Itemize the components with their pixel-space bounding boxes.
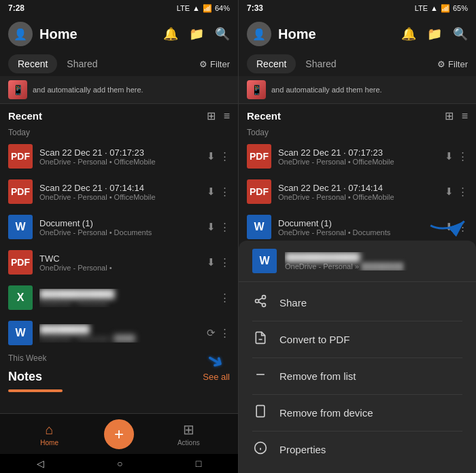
notes-bar-left bbox=[8, 389, 63, 392]
filter-icon-right: ⚙ bbox=[437, 59, 445, 69]
system-nav-left: ◁ ○ □ bbox=[0, 454, 238, 473]
promo-icon-right: 📱 bbox=[247, 80, 266, 99]
file-actions-doc1-left: ⬇ ⋮ bbox=[207, 221, 230, 233]
tab-shared-left[interactable]: Shared bbox=[57, 54, 107, 73]
recents-btn-left[interactable]: □ bbox=[196, 458, 201, 469]
list-icon-right[interactable]: ≡ bbox=[462, 110, 468, 122]
folder-icon-right[interactable]: 📁 bbox=[427, 27, 442, 41]
more-icon-scan2-left[interactable]: ⋮ bbox=[220, 186, 230, 198]
more-icon-scan1-left[interactable]: ⋮ bbox=[220, 150, 230, 162]
context-menu-remove-list[interactable]: Remove from list bbox=[239, 358, 476, 394]
download-icon-twc-left[interactable]: ⬇ bbox=[207, 256, 216, 268]
search-icon-left[interactable]: 🔍 bbox=[215, 27, 230, 41]
tab-shared-right[interactable]: Shared bbox=[296, 54, 345, 73]
promo-text-left: and automatically add them here. bbox=[33, 86, 143, 94]
bell-icon-left[interactable]: 🔔 bbox=[163, 27, 178, 41]
nav-add-btn-left[interactable]: + bbox=[104, 419, 134, 449]
file-thumb-scan1-right: PDF bbox=[247, 144, 271, 169]
remove-list-label: Remove from list bbox=[279, 370, 356, 382]
grid-icon-left[interactable]: ⊞ bbox=[207, 109, 216, 122]
file-item-blur2-left[interactable]: W ████████ OneDrive - Personal • ████ ⟳ … bbox=[0, 315, 238, 351]
file-info-doc1-right: Document (1) OneDrive - Personal • Docum… bbox=[278, 218, 438, 236]
nav-actions-left[interactable]: ⊞ Actions bbox=[171, 421, 205, 446]
page-title-left: Home bbox=[39, 27, 156, 42]
more-icon-blur1-left[interactable]: ⋮ bbox=[220, 292, 230, 304]
file-meta-scan2-left: OneDrive - Personal • OfficeMobile bbox=[39, 193, 200, 201]
remove-device-label: Remove from device bbox=[279, 407, 373, 419]
folder-icon-left[interactable]: 📁 bbox=[189, 27, 204, 41]
more-icon-doc1-right[interactable]: ⋮ bbox=[458, 221, 468, 233]
file-item-scan1-left[interactable]: PDF Scan 22 Dec 21 · 07:17:23 OneDrive -… bbox=[0, 139, 238, 174]
bell-icon-right[interactable]: 🔔 bbox=[401, 27, 416, 41]
grid-icon-right[interactable]: ⊞ bbox=[445, 109, 454, 122]
back-btn-left[interactable]: ◁ bbox=[37, 458, 44, 469]
file-item-scan1-right[interactable]: PDF Scan 22 Dec 21 · 07:17:23 OneDrive -… bbox=[239, 139, 476, 174]
home-label-left: Home bbox=[40, 439, 58, 446]
file-info-twc-left: TWC OneDrive - Personal • bbox=[39, 253, 200, 272]
context-menu-remove-device[interactable]: Remove from device bbox=[239, 395, 476, 431]
avatar-left[interactable]: 👤 bbox=[8, 22, 33, 46]
svg-point-2 bbox=[262, 303, 266, 306]
file-thumb-blur2-left: W bbox=[8, 321, 33, 345]
notes-section-left: Notes See all bbox=[0, 364, 238, 398]
more-icon-twc-left[interactable]: ⋮ bbox=[220, 256, 230, 268]
file-item-scan2-left[interactable]: PDF Scan 22 Dec 21 · 07:14:14 OneDrive -… bbox=[0, 174, 238, 209]
battery-right: 65% bbox=[453, 4, 468, 12]
download-icon-scan1-right[interactable]: ⬇ bbox=[445, 150, 454, 162]
more-icon-doc1-left[interactable]: ⋮ bbox=[220, 221, 230, 233]
time-left: 7:28 bbox=[8, 3, 24, 13]
more-icon-scan1-right[interactable]: ⋮ bbox=[458, 150, 468, 162]
list-icon-left[interactable]: ≡ bbox=[224, 110, 230, 122]
search-icon-right[interactable]: 🔍 bbox=[453, 27, 468, 41]
download-icon-scan2-left[interactable]: ⬇ bbox=[207, 186, 216, 198]
file-name-doc1-left: Document (1) bbox=[39, 218, 200, 228]
filter-btn-right[interactable]: ⚙ Filter bbox=[437, 59, 468, 69]
download-icon-doc1-left[interactable]: ⬇ bbox=[207, 221, 216, 233]
actions-icon-left: ⊞ bbox=[183, 421, 194, 438]
notes-title-left: Notes bbox=[8, 370, 42, 384]
lte-icon-left: LTE bbox=[177, 4, 190, 12]
home-btn-left[interactable]: ○ bbox=[117, 458, 122, 469]
file-info-scan1-right: Scan 22 Dec 21 · 07:17:23 OneDrive - Per… bbox=[278, 147, 438, 166]
file-item-doc1-right[interactable]: W Document (1) OneDrive - Personal • Doc… bbox=[239, 209, 476, 245]
context-menu-convert-pdf[interactable]: Convert to PDF bbox=[239, 321, 476, 357]
more-icon-scan2-right[interactable]: ⋮ bbox=[458, 186, 468, 198]
download-icon-scan1-left[interactable]: ⬇ bbox=[207, 150, 216, 162]
file-item-scan2-right[interactable]: PDF Scan 22 Dec 21 · 07:14:14 OneDrive -… bbox=[239, 174, 476, 209]
file-thumb-doc1-right: W bbox=[247, 215, 271, 239]
more-icon-blur2-left[interactable]: ⋮ bbox=[220, 327, 230, 339]
promo-banner-left: 📱 and automatically add them here. bbox=[0, 76, 238, 104]
file-item-twc-left[interactable]: PDF TWC OneDrive - Personal • ⬇ ⋮ bbox=[0, 245, 238, 280]
convert-pdf-label: Convert to PDF bbox=[279, 334, 350, 345]
tab-recent-left[interactable]: Recent bbox=[8, 54, 57, 73]
svg-point-1 bbox=[256, 300, 259, 303]
file-meta-scan1-left: OneDrive - Personal • OfficeMobile bbox=[39, 158, 200, 166]
signal-bars-right: ▲ bbox=[430, 4, 438, 12]
file-actions-twc-left: ⬇ ⋮ bbox=[207, 256, 230, 268]
file-name-scan2-left: Scan 22 Dec 21 · 07:14:14 bbox=[39, 183, 200, 193]
top-bar-icons-right: 🔔 📁 🔍 bbox=[401, 27, 468, 41]
recent-section-right: Recent ⊞ ≡ bbox=[239, 104, 476, 125]
file-item-doc1-left[interactable]: W Document (1) OneDrive - Personal • Doc… bbox=[0, 209, 238, 245]
download-icon-doc1-right[interactable]: ⬇ bbox=[445, 221, 454, 233]
download-icon-scan2-right[interactable]: ⬇ bbox=[445, 186, 454, 198]
see-all-left[interactable]: See all bbox=[203, 372, 230, 382]
context-menu-share[interactable]: Share bbox=[239, 285, 476, 321]
file-name-blur2-left: ████████ bbox=[39, 324, 200, 334]
sync-icon-blur2-left: ⟳ bbox=[207, 327, 216, 339]
signal-bars-left: ▲ bbox=[192, 4, 200, 12]
context-menu-properties[interactable]: Properties bbox=[239, 432, 476, 468]
file-actions-scan2-left: ⬇ ⋮ bbox=[207, 186, 230, 198]
file-thumb-blur1-left: X bbox=[8, 285, 33, 310]
filter-btn-left[interactable]: ⚙ Filter bbox=[199, 59, 230, 69]
tab-bar-left: Recent Shared ⚙ Filter bbox=[0, 52, 238, 76]
tab-recent-right[interactable]: Recent bbox=[247, 54, 296, 73]
file-thumb-scan2-right: PDF bbox=[247, 179, 271, 204]
notes-header-left: Notes See all bbox=[8, 370, 230, 384]
filter-label-left: Filter bbox=[210, 59, 230, 69]
file-item-blur1-left[interactable]: X ████████████ OneDrive - Personal ⋮ bbox=[0, 280, 238, 315]
nav-home-left[interactable]: ⌂ Home bbox=[33, 422, 67, 446]
avatar-right[interactable]: 👤 bbox=[247, 22, 271, 46]
promo-icon-left: 📱 bbox=[8, 80, 27, 99]
file-name-scan1-right: Scan 22 Dec 21 · 07:17:23 bbox=[278, 147, 438, 158]
